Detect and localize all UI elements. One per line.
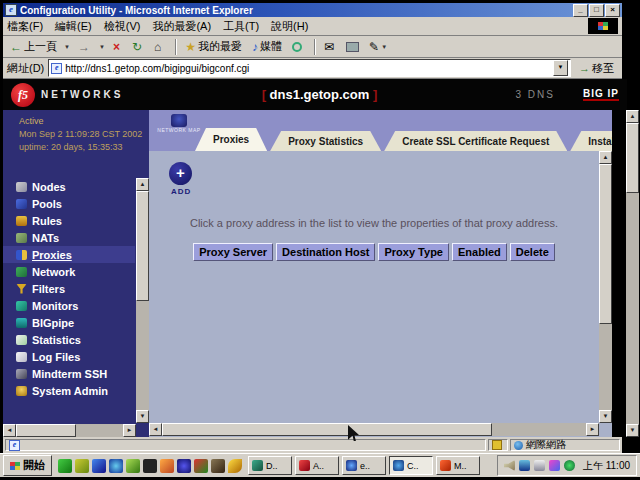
tab-install-ssl-certificate[interactable]: Install SSL Certif (570, 131, 612, 151)
task-button-4-active[interactable]: C.. (389, 456, 433, 475)
favorites-button[interactable]: ★ 我的最愛 (182, 38, 245, 55)
address-url[interactable]: http://dns1.getop.com/bigipgui/bigconf.c… (65, 63, 553, 74)
back-dropdown-icon[interactable]: ▼ (64, 44, 70, 50)
scroll-left-icon[interactable]: ◄ (149, 423, 162, 436)
scroll-right-icon[interactable]: ► (586, 423, 599, 436)
crt-screen: e Configuration Utility - Microsoft Inte… (0, 0, 640, 480)
quicklaunch-icon[interactable] (92, 459, 106, 473)
sidebar-item-nodes[interactable]: Nodes (3, 178, 135, 195)
forward-button[interactable]: → (75, 39, 95, 55)
scroll-up-icon[interactable]: ▲ (626, 110, 639, 123)
address-dropdown-icon[interactable]: ▼ (553, 60, 568, 76)
sidebar-item-statistics[interactable]: Statistics (3, 331, 135, 348)
bracket-right: ] (373, 87, 377, 102)
task-button-5[interactable]: M.. (436, 456, 480, 475)
scroll-down-icon[interactable]: ▼ (599, 410, 612, 423)
menu-view[interactable]: 檢視(V) (104, 19, 141, 34)
sidebar-item-system-admin[interactable]: System Admin (3, 382, 135, 399)
display-icon[interactable] (519, 460, 530, 471)
sidebar-item-bigpipe[interactable]: BIGpipe (3, 314, 135, 331)
sidebar-item-rules[interactable]: Rules (3, 212, 135, 229)
sidebar-vertical-scrollbar[interactable]: ▲ ▼ (136, 178, 149, 423)
sidebar-item-mindterm-ssh[interactable]: Mindterm SSH (3, 365, 135, 382)
scroll-left-icon[interactable]: ◄ (3, 424, 16, 437)
filters-icon (16, 284, 27, 294)
hostname-text: dns1.getop.com (266, 87, 373, 102)
menu-help[interactable]: 說明(H) (271, 19, 308, 34)
volume-icon[interactable] (504, 460, 515, 471)
scrollbar-thumb[interactable] (136, 191, 149, 301)
go-button[interactable]: → 移至 (575, 60, 618, 77)
edit-button[interactable]: ✎ ▼ (366, 39, 395, 55)
task-icon (252, 460, 263, 471)
sidebar-item-monitors[interactable]: Monitors (3, 297, 135, 314)
menu-favorites[interactable]: 我的最愛(A) (152, 19, 211, 34)
sidebar-item-pools[interactable]: Pools (3, 195, 135, 212)
quicklaunch-icon[interactable] (75, 459, 89, 473)
refresh-button[interactable]: ↻ (129, 39, 147, 55)
scroll-up-icon[interactable]: ▲ (136, 178, 149, 191)
back-button[interactable]: ← 上一頁 (7, 38, 60, 55)
antivirus-icon[interactable] (564, 460, 575, 471)
favorites-icon: ★ (185, 40, 196, 54)
menu-file[interactable]: 檔案(F) (7, 19, 43, 34)
quicklaunch-icon[interactable] (126, 459, 140, 473)
history-button[interactable] (289, 41, 305, 53)
forward-dropdown-icon[interactable]: ▼ (99, 44, 105, 50)
frame-vertical-scrollbar[interactable]: ▲ ▼ (599, 151, 612, 423)
task-icon (346, 460, 357, 471)
scroll-down-icon[interactable]: ▼ (136, 410, 149, 423)
tab-create-ssl-certificate-request[interactable]: Create SSL Certificate Request (384, 131, 567, 151)
tab-proxies[interactable]: Proxies (195, 128, 267, 151)
banner-link-3dns[interactable]: 3 DNS (516, 89, 555, 100)
network-status-icon[interactable] (534, 460, 545, 471)
minimize-button[interactable]: _ (573, 4, 588, 17)
task-button-1[interactable]: D.. (248, 456, 292, 475)
task-button-2[interactable]: A.. (295, 456, 339, 475)
maximize-button[interactable]: □ (589, 4, 604, 17)
sidebar-item-proxies[interactable]: Proxies (3, 246, 135, 263)
back-label: 上一頁 (24, 39, 57, 54)
scrollbar-thumb[interactable] (599, 164, 612, 324)
start-button[interactable]: 開始 (3, 455, 52, 476)
scroll-up-icon[interactable]: ▲ (599, 151, 612, 164)
quicklaunch-icon[interactable] (160, 459, 174, 473)
address-input[interactable]: e http://dns1.getop.com/bigipgui/bigconf… (48, 59, 571, 77)
sidebar-horizontal-scrollbar[interactable]: ◄ ► (3, 424, 136, 437)
quicklaunch-icon[interactable] (228, 459, 242, 473)
scroll-right-icon[interactable]: ► (123, 424, 136, 437)
sidebar-item-nats[interactable]: NATs (3, 229, 135, 246)
menu-edit[interactable]: 編輯(E) (55, 19, 92, 34)
column-header-proxy-type: Proxy Type (378, 243, 449, 261)
mail-button[interactable]: ✉ (321, 39, 339, 55)
print-button[interactable] (343, 41, 362, 53)
close-button[interactable]: × (605, 4, 620, 17)
f5-banner: f5 NETWORKS [ dns1.getop.com ] 3 DNS BIG… (3, 79, 627, 110)
quicklaunch-icon[interactable] (58, 459, 72, 473)
tab-proxy-statistics[interactable]: Proxy Statistics (270, 131, 381, 151)
scroll-down-icon[interactable]: ▼ (626, 424, 639, 437)
stop-button[interactable]: × (110, 39, 125, 55)
menu-tools[interactable]: 工具(T) (223, 19, 259, 34)
quicklaunch-icon[interactable] (194, 459, 208, 473)
scheduler-icon[interactable] (549, 460, 560, 471)
task-button-3[interactable]: e.. (342, 456, 386, 475)
quicklaunch-icon[interactable] (177, 459, 191, 473)
scrollbar-thumb[interactable] (162, 423, 492, 436)
quicklaunch-icon[interactable] (211, 459, 225, 473)
scrollbar-track (162, 423, 586, 436)
sidebar-item-network[interactable]: Network (3, 263, 135, 280)
add-proxy-button[interactable]: + (169, 162, 192, 185)
page-vertical-scrollbar[interactable]: ▲ ▼ (626, 110, 639, 437)
scrollbar-thumb[interactable] (16, 424, 76, 437)
quicklaunch-icon[interactable] (109, 459, 123, 473)
frame-horizontal-scrollbar[interactable]: ◄ ► (149, 423, 599, 436)
banner-link-bigip[interactable]: BIG IP (583, 88, 619, 101)
home-button[interactable]: ⌂ (151, 39, 166, 55)
media-button[interactable]: ♪ 媒體 (249, 38, 285, 55)
quicklaunch-icon[interactable] (143, 459, 157, 473)
sidebar-item-filters[interactable]: Filters (3, 280, 135, 297)
scrollbar-thumb[interactable] (626, 123, 639, 193)
taskbar-clock[interactable]: 上午 11:00 (583, 459, 630, 473)
sidebar-item-log-files[interactable]: Log Files (3, 348, 135, 365)
